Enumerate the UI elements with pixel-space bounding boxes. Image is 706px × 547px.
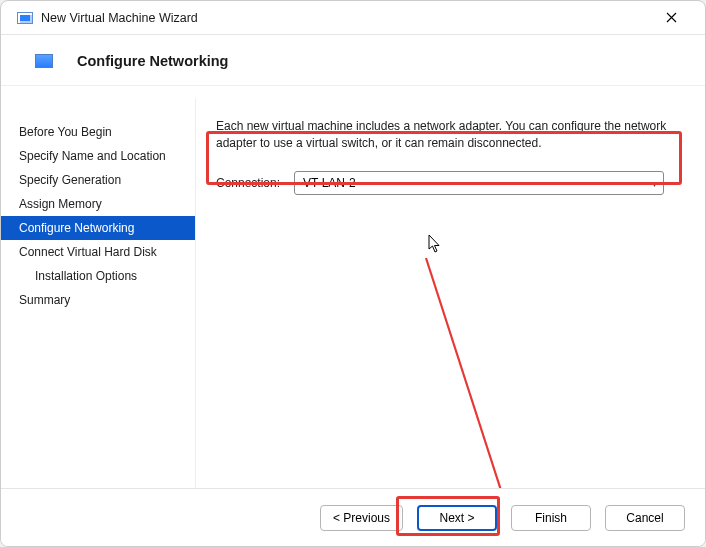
step-configure-networking[interactable]: Configure Networking	[1, 216, 195, 240]
connection-select[interactable]: VT-LAN-2 ▾	[294, 171, 664, 195]
connection-value: VT-LAN-2	[303, 176, 356, 190]
monitor-icon	[35, 54, 53, 68]
wizard-header: Configure Networking	[1, 35, 705, 86]
content-pane: Each new virtual machine includes a netw…	[196, 98, 705, 546]
finish-button[interactable]: Finish	[511, 505, 591, 531]
step-before-you-begin[interactable]: Before You Begin	[1, 120, 195, 144]
app-icon	[17, 12, 33, 24]
next-button[interactable]: Next >	[417, 505, 497, 531]
mouse-cursor-icon	[428, 234, 442, 254]
step-installation-options[interactable]: Installation Options	[1, 264, 195, 288]
description-text: Each new virtual machine includes a netw…	[216, 118, 681, 153]
window-title: New Virtual Machine Wizard	[41, 11, 198, 25]
step-assign-memory[interactable]: Assign Memory	[1, 192, 195, 216]
chevron-down-icon: ▾	[652, 177, 657, 188]
page-title: Configure Networking	[77, 53, 228, 69]
wizard-window: New Virtual Machine Wizard Configure Net…	[0, 0, 706, 547]
step-summary[interactable]: Summary	[1, 288, 195, 312]
close-icon	[666, 12, 677, 23]
step-specify-name-location[interactable]: Specify Name and Location	[1, 144, 195, 168]
connection-label: Connection:	[216, 176, 284, 190]
close-button[interactable]	[651, 4, 691, 32]
steps-sidebar: Before You Begin Specify Name and Locati…	[1, 98, 196, 546]
wizard-footer: < Previous Next > Finish Cancel	[1, 488, 705, 546]
step-connect-vhd[interactable]: Connect Virtual Hard Disk	[1, 240, 195, 264]
step-specify-generation[interactable]: Specify Generation	[1, 168, 195, 192]
previous-button[interactable]: < Previous	[320, 505, 403, 531]
cancel-button[interactable]: Cancel	[605, 505, 685, 531]
titlebar: New Virtual Machine Wizard	[1, 1, 705, 35]
